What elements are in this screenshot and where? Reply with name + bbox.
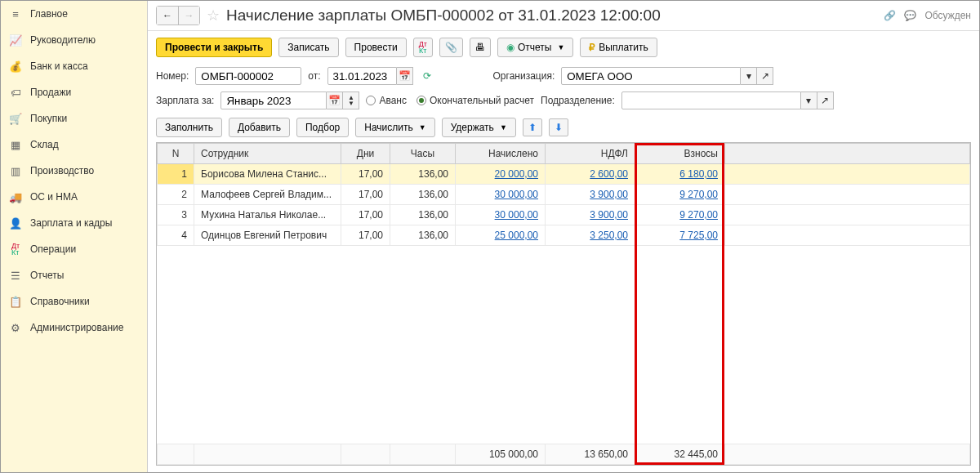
sidebar-item-8[interactable]: 👤Зарплата и кадры [1,210,147,236]
sidebar-label-11: Справочники [30,296,90,307]
table-toolbar: Заполнить Добавить Подбор Начислить▼ Уде… [148,113,979,142]
calendar-icon[interactable]: 📅 [397,67,413,85]
sidebar-item-0[interactable]: ≡Главное [1,1,147,27]
sidebar-item-7[interactable]: 🚚ОС и НМА [1,184,147,210]
sidebar-label-2: Банк и касса [30,60,88,72]
sidebar-icon-12: ⚙ [9,321,22,334]
period-stepper-icon[interactable]: ▲▼ [343,91,359,109]
cell-days: 17,00 [341,164,390,185]
sidebar-label-9: Операции [30,243,76,255]
cell-accrued[interactable]: 30 000,00 [456,205,546,225]
move-down-button[interactable]: ⬇ [549,118,568,136]
cell-ndfl[interactable]: 3 900,00 [546,205,635,225]
discuss-label[interactable]: Обсужден [924,10,971,21]
salary-period-field[interactable] [220,91,327,109]
sidebar-item-3[interactable]: 🏷Продажи [1,79,147,105]
col-ndfl[interactable]: НДФЛ [546,144,635,164]
from-label: от: [308,70,320,82]
org-open-icon[interactable]: ↗ [757,67,773,85]
cell-accrued[interactable]: 20 000,00 [456,164,546,185]
print-button[interactable]: 🖶 [470,38,491,57]
cell-spacer [725,164,970,185]
discuss-icon[interactable]: 💬 [904,10,916,21]
write-button[interactable]: Записать [278,38,338,57]
dtkt-button[interactable]: ДтКт [413,38,433,57]
sidebar-item-9[interactable]: ДтКтОперации [1,236,147,262]
sidebar-label-7: ОС и НМА [30,191,78,203]
final-radio[interactable]: Окончательный расчет [416,95,534,106]
sidebar-item-12[interactable]: ⚙Администрирование [1,315,147,341]
cell-accrued[interactable]: 25 000,00 [456,225,546,246]
sidebar-item-6[interactable]: ▥Производство [1,158,147,184]
org-dropdown-icon[interactable]: ▾ [741,67,757,85]
cell-accrued[interactable]: 30 000,00 [456,185,546,205]
cell-ndfl[interactable]: 3 900,00 [546,185,635,205]
post-button[interactable]: Провести [345,38,407,57]
period-calendar-icon[interactable]: 📅 [327,91,343,109]
post-and-close-button[interactable]: Провести и закрыть [156,38,272,57]
sidebar-icon-9: ДтКт [9,243,22,256]
sidebar-icon-2: 💰 [9,60,22,73]
reports-button[interactable]: ◉ Отчеты ▼ [497,38,573,57]
attach-button[interactable]: 📎 [439,38,463,57]
cell-n: 2 [158,185,194,205]
add-button[interactable]: Добавить [229,118,290,137]
dept-dropdown-icon[interactable]: ▾ [801,91,817,109]
col-n[interactable]: N [158,144,194,164]
org-field[interactable] [561,67,741,85]
sidebar-icon-11: 📋 [9,295,22,308]
form-row-2: Зарплата за: 📅 ▲▼ Аванс Окончательный ра… [148,88,979,113]
pick-button[interactable]: Подбор [296,118,349,137]
refresh-icon[interactable]: ⟳ [423,70,431,82]
sidebar-icon-10: ☰ [9,269,22,282]
dept-open-icon[interactable]: ↗ [817,91,834,109]
col-accrued[interactable]: Начислено [456,144,546,164]
number-field[interactable] [195,67,301,85]
cell-ndfl[interactable]: 2 600,00 [546,164,635,185]
col-hours[interactable]: Часы [390,144,456,164]
date-field[interactable] [327,67,397,85]
cell-contrib[interactable]: 9 270,00 [635,185,725,205]
col-employee[interactable]: Сотрудник [194,144,341,164]
sidebar-label-8: Зарплата и кадры [30,217,112,229]
cell-contrib[interactable]: 6 180,00 [635,164,725,185]
table-row[interactable]: 1Борисова Милена Станис...17,00136,0020 … [158,164,970,185]
sidebar-label-0: Главное [30,8,68,20]
advance-radio[interactable]: Аванс [366,95,407,106]
cell-ndfl[interactable]: 3 250,00 [546,225,635,246]
cell-contrib[interactable]: 7 725,00 [635,225,725,246]
sidebar-item-2[interactable]: 💰Банк и касса [1,53,147,79]
number-label: Номер: [156,70,189,82]
cell-contrib[interactable]: 9 270,00 [635,205,725,225]
cell-hours: 136,00 [390,164,456,185]
forward-button[interactable]: → [178,7,199,25]
table-row[interactable]: 4Одинцов Евгений Петрович17,00136,0025 0… [158,225,970,246]
table-empty-space[interactable] [157,246,970,444]
sidebar-item-1[interactable]: 📈Руководителю [1,27,147,53]
table-row[interactable]: 2Малофеев Сергей Владим...17,00136,0030 … [158,185,970,205]
pay-button[interactable]: ₽ Выплатить [580,38,657,57]
sidebar-icon-8: 👤 [9,216,22,230]
sidebar-label-4: Покупки [30,113,67,124]
favorite-star-icon[interactable]: ☆ [207,7,220,25]
deduct-button[interactable]: Удержать▼ [442,118,516,137]
sidebar-item-5[interactable]: ▦Склад [1,132,147,158]
total-accrued: 105 000,00 [456,444,546,465]
col-spacer [725,144,970,164]
cell-days: 17,00 [341,205,390,225]
col-contrib[interactable]: Взносы [635,144,725,164]
back-button[interactable]: ← [157,7,178,25]
sidebar-item-4[interactable]: 🛒Покупки [1,105,147,132]
fill-button[interactable]: Заполнить [156,118,222,137]
cell-employee: Мухина Наталья Николае... [194,205,341,225]
accrue-button[interactable]: Начислить▼ [355,118,434,137]
sidebar-item-11[interactable]: 📋Справочники [1,288,147,315]
cell-days: 17,00 [341,225,390,246]
table-row[interactable]: 3Мухина Наталья Николае...17,00136,0030 … [158,205,970,225]
cell-n: 1 [158,164,194,185]
move-up-button[interactable]: ⬆ [523,118,542,136]
link-icon[interactable]: 🔗 [884,10,896,21]
sidebar-item-10[interactable]: ☰Отчеты [1,262,147,288]
col-days[interactable]: Дни [341,144,390,164]
dept-field[interactable] [621,91,801,109]
